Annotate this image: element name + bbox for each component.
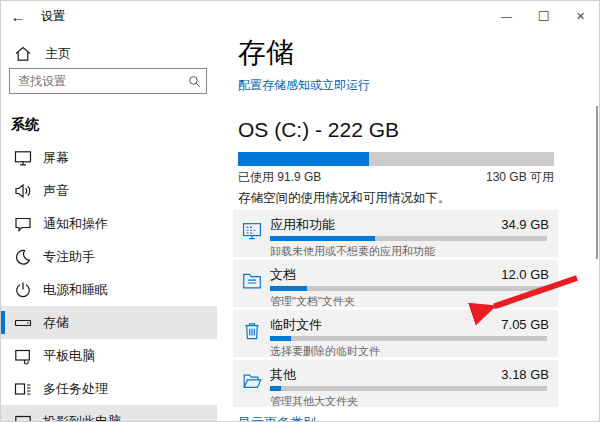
sidebar-item-projecting[interactable]: 投影到此电脑: [1, 405, 217, 422]
category-size: 34.9 GB: [501, 217, 549, 232]
apps-icon: [241, 220, 263, 242]
category-name: 临时文件: [270, 317, 322, 332]
sidebar-item-power-sleep[interactable]: 电源和睡眠: [1, 273, 217, 306]
sidebar-item-multitasking[interactable]: 多任务处理: [1, 372, 217, 405]
drive-usage-labels: 已使用 91.9 GB 130 GB 可用: [238, 169, 554, 185]
sidebar-item-home[interactable]: 主页: [1, 39, 217, 69]
sidebar-item-tablet[interactable]: 平板电脑: [1, 339, 217, 372]
sidebar-item-notifications[interactable]: 通知和操作: [1, 207, 217, 240]
sidebar-section-system: 系统: [11, 116, 39, 134]
sidebar-item-label: 多任务处理: [43, 380, 108, 398]
multitask-icon: [13, 379, 33, 399]
tablet-icon: [13, 346, 33, 366]
page-title: 存储: [238, 35, 599, 71]
sidebar-item-label: 存储: [43, 314, 69, 332]
maximize-button[interactable]: ☐: [525, 1, 562, 31]
category-row-apps[interactable]: 应用和功能 34.9 GB 卸载未使用或不想要的应用和功能: [233, 210, 558, 257]
close-button[interactable]: ✕: [562, 1, 599, 31]
category-desc: 卸载未使用或不想要的应用和功能: [270, 245, 549, 258]
category-bar: [270, 336, 547, 341]
minimize-button[interactable]: —: [488, 1, 525, 31]
sidebar-item-label: 专注助手: [43, 248, 95, 266]
window-title: 设置: [41, 8, 65, 25]
category-bar: [270, 386, 547, 391]
sound-icon: [13, 181, 33, 201]
back-arrow-icon: ←: [11, 8, 26, 25]
sidebar-item-display[interactable]: 屏幕: [1, 141, 217, 174]
sidebar-item-focus-assist[interactable]: 专注助手: [1, 240, 217, 273]
category-row-documents[interactable]: 文档 12.0 GB 管理"文档"文件夹: [233, 260, 558, 307]
maximize-icon: ☐: [538, 9, 550, 24]
sidebar-item-label: 投影到此电脑: [43, 413, 121, 422]
home-icon: [13, 44, 33, 64]
sidebar-nav: 屏幕 声音 通知和操作 专注助手: [1, 141, 217, 422]
category-bar: [270, 236, 547, 241]
category-size: 7.05 GB: [501, 317, 549, 332]
settings-window: ← 设置 — ☐ ✕ 主页 系统: [0, 0, 600, 422]
category-desc: 管理"文档"文件夹: [270, 295, 549, 308]
search-box: [9, 68, 207, 94]
search-icon[interactable]: [182, 74, 206, 89]
close-icon: ✕: [576, 10, 585, 23]
storage-drive-icon: [13, 313, 33, 333]
category-name: 其他: [270, 367, 296, 382]
back-button[interactable]: ←: [1, 1, 35, 31]
sidebar-item-label: 主页: [45, 45, 71, 63]
category-bar-fill: [270, 286, 307, 291]
open-folder-icon: [241, 370, 263, 392]
sidebar-item-label: 屏幕: [43, 149, 69, 167]
sidebar-item-sound[interactable]: 声音: [1, 174, 217, 207]
show-more-categories-link[interactable]: 显示更多类别: [238, 414, 316, 422]
category-bar-fill: [270, 236, 375, 241]
titlebar: ← 设置 — ☐ ✕: [1, 1, 599, 31]
category-bar-fill: [270, 386, 281, 391]
vertical-scrollbar[interactable]: [596, 106, 598, 259]
category-row-temp-files[interactable]: 临时文件 7.05 GB 选择要删除的临时文件: [233, 310, 558, 357]
category-bar: [270, 286, 547, 291]
usage-description: 存储空间的使用情况和可用情况如下。: [238, 190, 599, 206]
notifications-icon: [13, 214, 33, 234]
used-label: 已使用 91.9 GB: [238, 169, 321, 185]
category-list: 应用和功能 34.9 GB 卸载未使用或不想要的应用和功能 文档 12.0 GB: [233, 210, 558, 407]
drive-usage-bar: [238, 152, 554, 166]
main-content: 存储 配置存储感知或立即运行 OS (C:) - 222 GB 已使用 91.9…: [217, 31, 599, 421]
search-input[interactable]: [10, 74, 182, 88]
minimize-icon: —: [501, 10, 512, 22]
trash-icon: [241, 320, 263, 342]
category-size: 12.0 GB: [501, 267, 549, 282]
free-label: 130 GB 可用: [486, 169, 554, 185]
power-icon: [13, 280, 33, 300]
sidebar-item-label: 声音: [43, 182, 69, 200]
sidebar-item-label: 通知和操作: [43, 215, 108, 233]
storage-sense-link[interactable]: 配置存储感知或立即运行: [238, 77, 370, 93]
caption-buttons: — ☐ ✕: [488, 1, 599, 31]
display-icon: [13, 148, 33, 168]
drive-usage-fill: [238, 152, 369, 166]
category-name: 应用和功能: [270, 217, 335, 232]
sidebar: 主页 系统 屏幕 声音: [1, 31, 217, 421]
category-bar-fill: [270, 336, 291, 341]
category-desc: 选择要删除的临时文件: [270, 345, 549, 358]
documents-folder-icon: [241, 270, 263, 292]
category-row-other[interactable]: 其他 3.18 GB 管理其他大文件夹: [233, 360, 558, 407]
project-icon: [13, 412, 33, 422]
drive-title: OS (C:) - 222 GB: [238, 117, 599, 143]
sidebar-item-label: 电源和睡眠: [43, 281, 108, 299]
sidebar-item-label: 平板电脑: [43, 347, 95, 365]
category-size: 3.18 GB: [501, 367, 549, 382]
moon-icon: [13, 247, 33, 267]
category-name: 文档: [270, 267, 296, 282]
category-desc: 管理其他大文件夹: [270, 395, 549, 408]
sidebar-item-storage[interactable]: 存储: [1, 306, 217, 339]
